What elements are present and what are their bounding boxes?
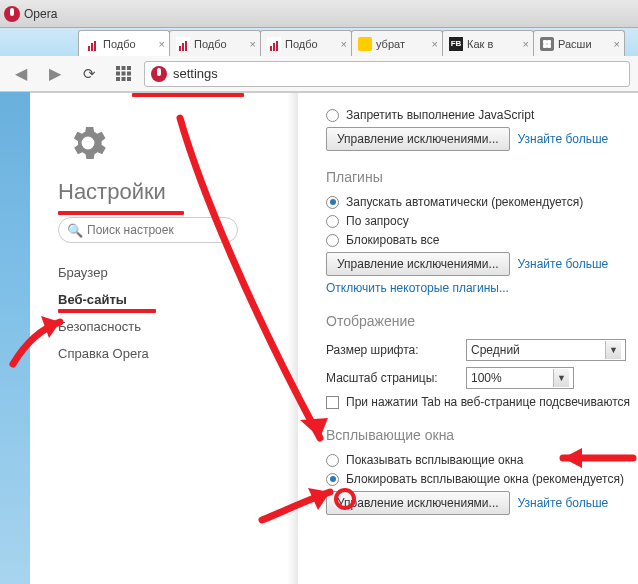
svg-rect-2 — [127, 66, 131, 70]
tab-2[interactable]: Подбо × — [169, 30, 261, 56]
label-popups-block: Блокировать всплывающие окна (рекомендуе… — [346, 472, 624, 486]
tab-label: Как в — [467, 38, 493, 50]
app-name: Opera — [24, 7, 57, 21]
select-font-size[interactable]: Средний ▼ — [466, 339, 626, 361]
annotation-underline — [132, 93, 244, 97]
speed-dial-button[interactable] — [110, 61, 136, 87]
tab-label: убрат — [376, 38, 405, 50]
manage-exceptions-button[interactable]: Управление исключениями... — [326, 252, 510, 276]
favicon-bars-icon — [85, 37, 99, 51]
svg-rect-5 — [127, 72, 131, 76]
close-icon[interactable]: × — [614, 38, 620, 50]
label-plugins-block: Блокировать все — [346, 233, 440, 247]
gear-icon — [66, 121, 110, 165]
svg-rect-8 — [127, 77, 131, 81]
search-settings[interactable]: 🔍 — [58, 217, 238, 243]
opera-icon — [151, 66, 167, 82]
favicon-fb-icon: FB — [449, 37, 463, 51]
close-icon[interactable]: × — [341, 38, 347, 50]
search-input[interactable] — [87, 223, 227, 237]
annotation-underline — [58, 309, 156, 313]
sidebar-item-security[interactable]: Безопасность — [58, 313, 298, 340]
radio-plugins-ondemand[interactable] — [326, 215, 339, 228]
label-popups-show: Показывать всплывающие окна — [346, 453, 523, 467]
sidebar-item-help[interactable]: Справка Opera — [58, 340, 298, 367]
annotation-circle — [334, 488, 356, 510]
page-title: Настройки — [58, 179, 298, 205]
search-icon: 🔍 — [67, 223, 83, 238]
close-icon[interactable]: × — [250, 38, 256, 50]
svg-rect-0 — [116, 66, 120, 70]
select-zoom[interactable]: 100% ▼ — [466, 367, 574, 389]
close-icon[interactable]: × — [432, 38, 438, 50]
tab-label: Подбо — [285, 38, 318, 50]
close-icon[interactable]: × — [523, 38, 529, 50]
forward-button: ▶ — [42, 61, 68, 87]
back-button[interactable]: ◀ — [8, 61, 34, 87]
radio-plugins-auto[interactable] — [326, 196, 339, 209]
tab-strip: Подбо × Подбо × Подбо × убрат × FB Как в… — [0, 28, 638, 56]
label-tab-highlight: При нажатии Tab на веб-странице подсвечи… — [346, 395, 630, 409]
annotation-underline — [58, 211, 184, 215]
radio-popups-show[interactable] — [326, 454, 339, 467]
label-js-block: Запретить выполнение JavaScript — [346, 108, 534, 122]
toolbar: ◀ ▶ ⟳ settings — [0, 56, 638, 92]
manage-exceptions-button[interactable]: Управление исключениями... — [326, 127, 510, 151]
label-zoom: Масштаб страницы: — [326, 371, 466, 385]
favicon-bars-icon — [176, 37, 190, 51]
tab-label: Расши — [558, 38, 592, 50]
learn-more-link[interactable]: Узнайте больше — [518, 257, 609, 271]
tab-label: Подбо — [194, 38, 227, 50]
chevron-down-icon: ▼ — [553, 369, 569, 387]
svg-rect-3 — [116, 72, 120, 76]
favicon-yandex-icon — [358, 37, 372, 51]
checkbox-tab-highlight[interactable] — [326, 396, 339, 409]
sidebar: Настройки 🔍 Браузер Веб-сайты Безопаснос… — [30, 93, 298, 584]
address-bar[interactable]: settings — [144, 61, 630, 87]
svg-rect-4 — [121, 72, 125, 76]
address-text: settings — [173, 66, 218, 81]
svg-rect-7 — [121, 77, 125, 81]
favicon-bars-icon — [267, 37, 281, 51]
radio-js-block[interactable] — [326, 109, 339, 122]
close-icon[interactable]: × — [159, 38, 165, 50]
favicon-extension-icon — [540, 37, 554, 51]
label-plugins-ondemand: По запросу — [346, 214, 409, 228]
tab-5[interactable]: FB Как в × — [442, 30, 534, 56]
tab-4[interactable]: убрат × — [351, 30, 443, 56]
radio-popups-block[interactable] — [326, 473, 339, 486]
section-popups: Всплывающие окна — [326, 427, 638, 443]
section-display: Отображение — [326, 313, 638, 329]
select-value: 100% — [471, 371, 502, 385]
titlebar: Opera — [0, 0, 638, 28]
tab-3[interactable]: Подбо × — [260, 30, 352, 56]
label-plugins-auto: Запускать автоматически (рекомендуется) — [346, 195, 583, 209]
label-font-size: Размер шрифта: — [326, 343, 466, 357]
tab-6[interactable]: Расши × — [533, 30, 625, 56]
settings-main: Запретить выполнение JavaScript Управлен… — [298, 93, 638, 584]
learn-more-link[interactable]: Узнайте больше — [518, 132, 609, 146]
sidebar-item-browser[interactable]: Браузер — [58, 259, 298, 286]
select-value: Средний — [471, 343, 520, 357]
radio-plugins-block[interactable] — [326, 234, 339, 247]
tab-label: Подбо — [103, 38, 136, 50]
learn-more-link[interactable]: Узнайте больше — [518, 496, 609, 510]
disable-plugins-link[interactable]: Отключить некоторые плагины... — [326, 281, 509, 295]
svg-rect-1 — [121, 66, 125, 70]
reload-button[interactable]: ⟳ — [76, 61, 102, 87]
opera-icon — [4, 6, 20, 22]
tab-1[interactable]: Подбо × — [78, 30, 170, 56]
svg-rect-6 — [116, 77, 120, 81]
chevron-down-icon: ▼ — [605, 341, 621, 359]
section-plugins: Плагины — [326, 169, 638, 185]
